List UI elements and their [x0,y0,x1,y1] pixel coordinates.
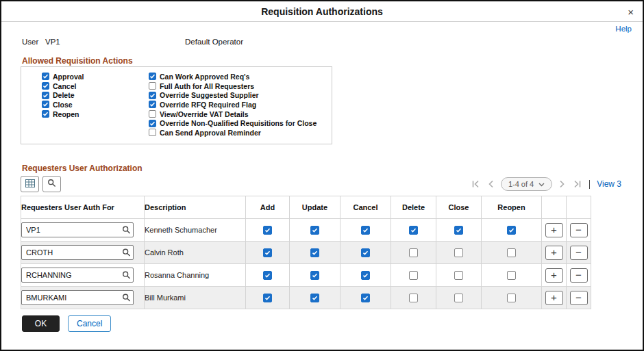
can-send-approval-reminder-checkbox[interactable] [149,129,156,136]
next-page-icon[interactable] [557,179,567,190]
reopen-checkbox[interactable] [42,110,49,118]
find-grid-button[interactable] [42,176,61,192]
full-auth-for-all-requesters-checkbox[interactable] [149,82,156,90]
requester-user-input[interactable] [21,268,134,283]
dialog-titlebar: Requisition Authorizations × [1,1,643,22]
search-icon [47,179,56,190]
action-item: Can Send Approval Reminder [149,128,317,138]
column-header-description: Description [145,196,246,219]
cancel-cell [340,219,391,242]
requester-description: Rosanna Channing [145,264,246,287]
delete-checkbox[interactable] [42,92,49,99]
ok-button[interactable]: OK [22,315,60,332]
add-row-button[interactable]: + [545,291,563,305]
requester-description: Kenneth Schumacher [145,219,246,242]
delete-row-button[interactable]: − [570,268,588,283]
cancel-checkbox[interactable] [361,294,370,302]
override-suggested-supplier-checkbox[interactable] [149,92,156,99]
override-rfq-required-flag-checkbox[interactable] [149,101,156,108]
reopen-checkbox[interactable] [507,248,516,257]
actions-right-column: Can Work Approved Req'sFull Auth for All… [149,72,317,138]
update-checkbox[interactable] [310,226,319,235]
user-description: Default Operator [185,38,243,46]
cancel-checkbox[interactable] [42,82,49,90]
delete-checkbox[interactable] [409,294,418,302]
previous-page-icon[interactable] [486,179,496,190]
delete-row-button[interactable]: − [570,246,588,260]
dialog-footer: OK Cancel [22,315,111,332]
close-cell [436,242,482,264]
delete-checkbox[interactable] [409,226,418,235]
add-row-button[interactable]: + [545,223,563,237]
update-checkbox[interactable] [310,271,319,280]
close-checkbox[interactable] [454,248,463,257]
row-range-dropdown[interactable]: 1-4 of 4 [501,177,552,191]
close-checkbox[interactable] [454,271,463,280]
requester-user-input[interactable] [21,222,134,237]
requester-row: Calvin Roth+− [21,242,591,264]
can-work-approved-req-s-checkbox[interactable] [149,73,156,80]
cancel-cell [340,287,391,309]
action-label: Can Send Approval Reminder [160,129,261,137]
cancel-checkbox[interactable] [361,248,370,257]
last-page-icon[interactable] [572,179,582,190]
action-label: Approval [53,73,84,81]
reopen-checkbox[interactable] [507,271,516,280]
action-label: Cancel [53,82,76,90]
first-page-icon[interactable] [471,179,481,190]
approval-checkbox[interactable] [42,73,49,80]
reopen-checkbox[interactable] [507,226,516,235]
add-checkbox[interactable] [263,271,272,280]
view-override-vat-details-checkbox[interactable] [149,110,156,118]
action-item: Override Suggested Supplier [149,90,317,100]
lookup-search-icon[interactable] [122,271,131,280]
update-cell [290,287,340,309]
update-cell [290,264,340,287]
close-icon[interactable]: × [628,6,634,16]
action-label: View/Override VAT Details [160,110,249,118]
cancel-checkbox[interactable] [361,271,370,280]
delete-cell [391,264,436,287]
add-checkbox[interactable] [263,248,272,257]
add-checkbox[interactable] [263,226,272,235]
delete-checkbox[interactable] [409,248,418,257]
add-row-button[interactable]: + [545,268,563,283]
update-checkbox[interactable] [310,294,319,302]
view-all-link[interactable]: View 3 [597,179,621,189]
close-checkbox[interactable] [454,226,463,235]
lookup-search-icon[interactable] [122,248,131,257]
requester-user-input[interactable] [21,245,134,260]
override-non-qualified-requisitions-for-close-checkbox[interactable] [149,120,156,127]
dialog-title: Requisition Authorizations [261,6,383,17]
close-checkbox[interactable] [454,294,463,302]
lookup-search-icon[interactable] [122,226,131,235]
reopen-cell [482,242,542,264]
add-cell [246,219,290,242]
close-checkbox[interactable] [42,101,49,108]
reopen-checkbox[interactable] [507,294,516,302]
action-item: Can Work Approved Req's [149,72,317,81]
personalize-grid-button[interactable] [21,176,39,192]
cancel-checkbox[interactable] [361,226,370,235]
action-item: Reopen [42,109,84,119]
cancel-button[interactable]: Cancel [68,315,111,332]
action-item: Override RFQ Required Flag [149,100,317,109]
column-header-update: Update [290,196,340,219]
action-label: Delete [53,91,75,99]
close-cell [436,287,482,309]
grid-pagination: 1-4 of 4 View 3 [471,177,621,191]
delete-row-button[interactable]: − [570,291,588,305]
help-link[interactable]: Help [615,25,632,33]
lookup-field [21,268,134,283]
add-row-button[interactable]: + [545,246,563,260]
requester-user-input[interactable] [21,290,134,305]
delete-checkbox[interactable] [409,271,418,280]
lookup-search-icon[interactable] [122,294,131,302]
requesters-table: Requesters User Auth For Description Add… [21,196,591,309]
lookup-field [21,222,134,237]
action-label: Close [53,101,73,109]
action-item: Full Auth for All Requesters [149,81,317,91]
delete-row-button[interactable]: − [570,223,588,237]
add-checkbox[interactable] [263,294,272,302]
update-checkbox[interactable] [310,248,319,257]
